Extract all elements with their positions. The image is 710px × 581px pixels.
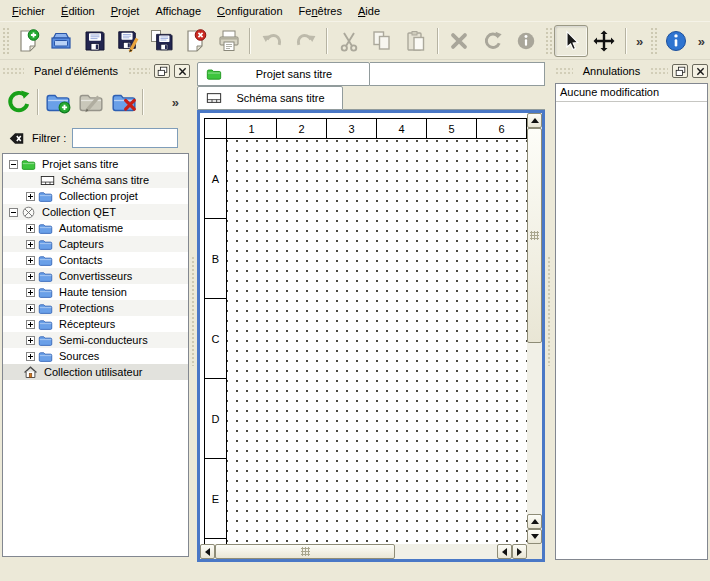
scroll-up-button[interactable] [527,113,542,128]
horizontal-scroll-thumb[interactable] [215,544,395,559]
expand-expander-icon[interactable] [26,288,35,297]
undo-history-list[interactable]: Aucune modification [555,83,708,560]
tree-item-recepteurs[interactable]: Récepteurs [3,316,188,332]
right-splitter[interactable] [546,62,552,560]
save-button[interactable] [78,25,111,57]
home-icon [23,365,39,380]
menu-configuration[interactable]: Configuration [209,2,290,20]
toolbar-overflow-button[interactable]: » [693,34,710,49]
new-category-button[interactable] [41,85,74,119]
left-splitter[interactable] [190,62,196,560]
close-panel-button[interactable] [174,64,190,78]
diagram-view[interactable]: 1 2 3 4 5 6 A B C D E [197,110,545,562]
float-icon [675,66,686,77]
menu-projet[interactable]: Projet [103,2,148,20]
save-as-icon [116,29,140,53]
menu-fichier[interactable]: Fichier [4,2,53,20]
menu-fenetres[interactable]: Fenêtres [291,2,350,20]
folder-icon [38,285,54,300]
row-header: A [204,138,227,219]
tree-item-schema-sans-titre[interactable]: Schéma sans titre [3,172,188,188]
open-project-button[interactable] [44,25,77,57]
folder-icon [38,253,54,268]
toolbar-handle[interactable] [545,27,552,55]
float-icon [157,66,168,77]
clear-filter-icon [8,130,25,147]
column-header: 5 [426,118,477,139]
tree-item-collection-utilisateur[interactable]: Collection utilisateur [3,364,188,380]
vertical-scroll-thumb[interactable] [527,128,542,343]
copy-icon [370,29,394,53]
expand-expander-icon[interactable] [26,192,35,201]
expand-expander-icon[interactable] [26,304,35,313]
close-panel-button[interactable] [692,64,708,78]
close-file-button[interactable] [178,25,211,57]
project-folder-icon [21,157,37,172]
cut-icon [337,29,361,53]
arrow-right-icon [517,548,522,556]
expand-expander-icon[interactable] [26,240,35,249]
tree-item-contacts[interactable]: Contacts [3,252,188,268]
menu-bar: Fichier Édition Projet Affichage Configu… [0,0,710,22]
reload-collections-button[interactable] [2,85,35,119]
folder-icon [38,317,54,332]
move-mode-button[interactable] [588,25,621,57]
vertical-scrollbar[interactable] [527,113,542,544]
delete-category-button[interactable] [107,85,140,119]
tab-schema-sans-titre[interactable]: Schéma sans titre [197,86,343,110]
new-document-button[interactable] [11,25,44,57]
scroll-down-button[interactable] [527,529,542,544]
tree-item-protections[interactable]: Protections [3,300,188,316]
collapse-expander-icon[interactable] [9,160,18,169]
close-file-icon [183,29,207,53]
expand-expander-icon[interactable] [26,320,35,329]
row-header: D [204,378,227,459]
collapse-expander-icon[interactable] [9,208,18,217]
clear-filter-button[interactable] [6,128,26,148]
scroll-right-button[interactable] [512,544,527,559]
panel-toolbar-overflow-button[interactable]: » [167,95,184,110]
menu-edition[interactable]: Édition [53,2,103,20]
horizontal-scrollbar[interactable] [200,544,527,559]
expand-expander-icon[interactable] [26,256,35,265]
toolbar-handle[interactable] [650,27,657,55]
scroll-left-button[interactable] [200,544,215,559]
rotate-button [476,25,509,57]
print-icon [217,29,241,53]
diagram-canvas[interactable]: 1 2 3 4 5 6 A B C D E [200,113,527,544]
tree-item-projet-sans-titre[interactable]: Projet sans titre [3,156,188,172]
toolbar-overflow-button[interactable]: » [631,34,648,49]
tree-item-semi-conducteurs[interactable]: Semi-conducteurs [3,332,188,348]
float-panel-button[interactable] [672,64,688,78]
scroll-up-button[interactable] [527,514,542,529]
tree-item-capteurs[interactable]: Capteurs [3,236,188,252]
toolbar-separator [142,89,144,115]
float-panel-button[interactable] [154,64,170,78]
save-all-button[interactable] [145,25,178,57]
undo-list-item[interactable]: Aucune modification [556,84,707,102]
tree-item-haute-tension[interactable]: Haute tension [3,284,188,300]
save-as-button[interactable] [111,25,144,57]
folder-icon [38,301,54,316]
undo-panel-titlebar[interactable]: Annulations [555,62,708,80]
menu-aide[interactable]: Aide [350,2,388,20]
menu-affichage[interactable]: Affichage [147,2,209,20]
information-button [510,25,543,57]
expand-expander-icon[interactable] [26,272,35,281]
tab-projet-sans-titre[interactable]: Projet sans titre [197,62,370,86]
project-information-button[interactable] [659,25,692,57]
elements-panel-titlebar[interactable]: Panel d'éléments [2,62,190,80]
toolbar-handle[interactable] [2,27,9,55]
expand-expander-icon[interactable] [26,336,35,345]
expand-expander-icon[interactable] [26,224,35,233]
scroll-left-button[interactable] [497,544,512,559]
tree-item-sources[interactable]: Sources [3,348,188,364]
tree-item-collection-projet[interactable]: Collection projet [3,188,188,204]
tree-item-automatisme[interactable]: Automatisme [3,220,188,236]
filter-input[interactable] [72,128,178,148]
tree-item-collection-qet[interactable]: Collection QET [3,204,188,220]
select-mode-button[interactable] [554,25,588,57]
expand-expander-icon[interactable] [26,352,35,361]
print-button[interactable] [212,25,245,57]
tree-item-convertisseurs[interactable]: Convertisseurs [3,268,188,284]
